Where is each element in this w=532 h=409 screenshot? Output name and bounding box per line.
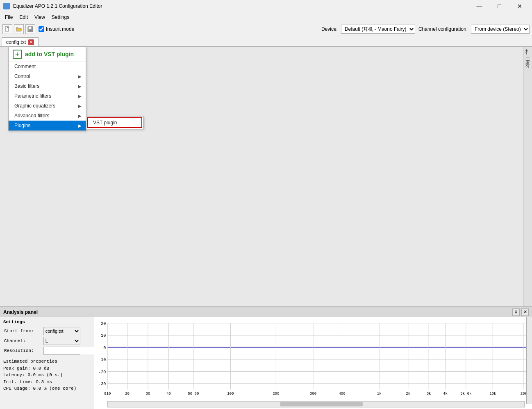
tab-close-button[interactable]: ✕: [28, 39, 34, 45]
dropdown-item-label: Graphic equalizers: [14, 103, 55, 109]
dropdown-item-basic-filters[interactable]: Basic filters ▶: [9, 81, 86, 91]
svg-text:-20: -20: [98, 369, 106, 374]
analysis-pin-button[interactable]: 🖈: [512, 308, 520, 316]
dropdown-menu: + add to VST plugin Comment Control ▶ Ba…: [8, 47, 86, 131]
add-button[interactable]: +: [13, 50, 22, 59]
submenu-arrow: ▶: [78, 94, 82, 98]
tab-config-txt[interactable]: config.txt ✕: [2, 37, 39, 46]
start-from-select[interactable]: config.txt: [43, 327, 80, 335]
analysis-panel-title: Analysis panel: [3, 309, 38, 315]
settings-row-resolution: Resolution: 65536 ▲ ▼: [3, 346, 91, 356]
svg-rect-4: [29, 30, 32, 31]
svg-text:-10: -10: [98, 357, 106, 362]
channel-config-select[interactable]: From device (Stereo): [471, 25, 530, 34]
estimated-title: Estimated properties: [3, 358, 91, 365]
device-section: Device: Default (耳机 - Maono Fairy) Chann…: [321, 25, 530, 34]
sidebar-text-2: 有i: [525, 60, 531, 61]
svg-text:300: 300: [310, 391, 316, 396]
dropdown-item-graphic-equalizers[interactable]: Graphic equalizers ▶: [9, 101, 86, 111]
tab-bar: config.txt ✕: [0, 36, 532, 47]
submenu-arrow: ▶: [78, 84, 82, 89]
analysis-settings: Settings Start from: config.txt Channel:…: [0, 317, 94, 409]
svg-text:0: 0: [103, 345, 106, 350]
init-time: Init. time: 0.3 ms: [3, 379, 91, 386]
svg-text:400: 400: [339, 391, 345, 396]
svg-text:40: 40: [166, 391, 171, 396]
dropdown-item-comment[interactable]: Comment: [9, 62, 86, 71]
analysis-scrollbar[interactable]: [526, 317, 532, 404]
cpu-usage: CPU usage: 0.0 % (one core): [3, 385, 91, 392]
submenu-item-vst-plugin[interactable]: VST plugin: [87, 117, 142, 128]
title-bar-left: Equalizer APO 1.2.1 Configuration Editor: [3, 3, 102, 9]
dropdown-item-advanced-filters[interactable]: Advanced filters ▶: [9, 111, 86, 121]
menu-settings[interactable]: Settings: [48, 14, 73, 21]
resolution-label: Resolution:: [3, 346, 43, 356]
analysis-panel: Analysis panel 🖈 ✕ Settings Start from: …: [0, 306, 532, 409]
title-bar-controls: — □ ✕: [470, 0, 529, 12]
analysis-close-button[interactable]: ✕: [521, 308, 529, 316]
dropdown-item-parametric-filters[interactable]: Parametric filters ▶: [9, 91, 86, 101]
app-title: Equalizer APO 1.2.1 Configuration Editor: [13, 3, 102, 9]
title-bar: Equalizer APO 1.2.1 Configuration Editor…: [0, 0, 532, 12]
dropdown-item-plugins[interactable]: Plugins ▶: [9, 121, 86, 130]
dropdown-item-label: Control: [14, 73, 30, 79]
svg-text:20: 20: [125, 391, 130, 396]
submenu-arrow: ▶: [78, 123, 82, 128]
svg-text:10k: 10k: [489, 391, 496, 396]
menu-view[interactable]: View: [31, 14, 48, 21]
dropdown-item-label: Advanced filters: [14, 113, 49, 119]
analysis-header: Analysis panel 🖈 ✕: [0, 307, 532, 317]
save-file-button[interactable]: [25, 24, 35, 34]
minimize-button[interactable]: —: [470, 0, 489, 12]
svg-text:20: 20: [101, 321, 106, 326]
chart-svg: 20 10 0 -10 -20 -30 910: [94, 317, 532, 409]
svg-text:910: 910: [104, 391, 111, 396]
estimated-properties: Estimated properties Peak gain: 0.0 dB L…: [3, 358, 91, 392]
start-from-label: Start from:: [3, 326, 43, 336]
settings-title: Settings: [3, 320, 91, 324]
dropdown-item-control[interactable]: Control ▶: [9, 71, 86, 81]
menu-edit[interactable]: Edit: [16, 14, 31, 21]
svg-text:100: 100: [227, 391, 234, 396]
svg-text:4k: 4k: [443, 391, 448, 396]
svg-text:200: 200: [273, 391, 279, 396]
svg-text:5k 6k: 5k 6k: [460, 391, 472, 396]
svg-text:3k: 3k: [427, 391, 431, 396]
app-icon: [3, 3, 10, 9]
svg-text:1k: 1k: [377, 391, 382, 396]
dropdown-item-label: Basic filters: [14, 83, 39, 89]
sidebar-collapse-icon[interactable]: 扌: [525, 48, 531, 56]
chart-area: 20 10 0 -10 -20 -30 910: [94, 317, 532, 409]
svg-text:10: 10: [101, 333, 106, 338]
svg-text:30: 30: [146, 391, 150, 396]
open-file-button[interactable]: [14, 24, 24, 34]
settings-row-start-from: Start from: config.txt: [3, 326, 91, 336]
close-button[interactable]: ✕: [510, 0, 529, 12]
menu-file[interactable]: File: [2, 14, 16, 21]
toolbar: Instant mode Device: Default (耳机 - Maono…: [0, 22, 532, 36]
analysis-header-controls: 🖈 ✕: [512, 308, 529, 316]
menu-bar: File Edit View Settings: [0, 12, 532, 22]
instant-mode-checkbox-group: Instant mode: [39, 26, 74, 32]
tab-label: config.txt: [6, 39, 26, 45]
svg-rect-3: [29, 27, 31, 29]
submenu-arrow: ▶: [78, 74, 82, 79]
dropdown-header: + add to VST plugin: [9, 47, 86, 62]
maximize-button[interactable]: □: [490, 0, 509, 12]
device-select[interactable]: Default (耳机 - Maono Fairy): [341, 25, 415, 34]
main-area: + add to VST plugin Comment Control ▶ Ba…: [0, 47, 532, 306]
channel-select[interactable]: L: [43, 337, 80, 345]
svg-text:50 60: 50 60: [188, 391, 199, 396]
svg-text:2k: 2k: [406, 391, 410, 396]
resolution-spinbox: 65536 ▲ ▼: [43, 347, 80, 355]
sidebar-text-1: 有i: [525, 57, 531, 58]
latency: Latency: 0.0 ms (0 s.): [3, 372, 91, 379]
new-file-button[interactable]: [2, 24, 12, 34]
instant-mode-checkbox[interactable]: [39, 26, 44, 32]
channel-label: Channel:: [3, 336, 43, 346]
analysis-body: Settings Start from: config.txt Channel:…: [0, 317, 532, 409]
channel-config-label: Channel configuration:: [418, 26, 468, 32]
svg-rect-51: [280, 402, 363, 407]
submenu-arrow: ▶: [78, 114, 82, 118]
right-sidebar: 扌 有i 有i: [523, 47, 532, 306]
